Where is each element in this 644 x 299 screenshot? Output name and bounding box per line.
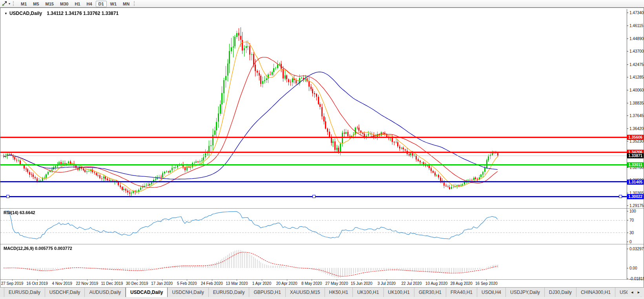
line-selection-handle[interactable] [619, 195, 622, 198]
chart-tab-EURUSD-Daily[interactable]: EURUSD,Daily [4, 288, 45, 297]
date-axis-label: 16 Sep 2020 [475, 281, 498, 286]
price-tick-mark [627, 77, 628, 77]
price-tick-label: 1.29175 [629, 204, 644, 208]
date-axis-label: 27 Sep 2019 [1, 281, 24, 286]
chart-tab-UK100-H1[interactable]: UK100,H1 [353, 288, 383, 297]
date-axis-tick [37, 279, 38, 281]
candlestick-chart-canvas[interactable] [0, 9, 627, 208]
date-axis-label: 15 Jun 2020 [351, 281, 372, 286]
macd-current-values: 0.005775 0.003772 [35, 246, 72, 251]
date-axis-tick [112, 279, 112, 281]
date-axis-tick [412, 279, 412, 281]
horizontal-level-line-1.34206[interactable] [0, 152, 627, 153]
toolbar-grip-handle [13, 1, 15, 6]
title-dropdown-icon[interactable]: ▼ [4, 12, 7, 15]
panel-splitter-main-rsi[interactable] [0, 208, 644, 209]
date-axis-label: 4 Nov 2019 [52, 281, 72, 286]
timeframe-button-M15[interactable]: M15 [43, 1, 57, 7]
chart-tab-USOil-H4[interactable]: USOil,H4 [477, 288, 506, 297]
chart-tab-HK50-H1[interactable]: HK50,H1 [325, 288, 353, 297]
chart-tab-CHINA300-H1[interactable]: CHINA300,H1 [576, 288, 615, 297]
rsi-panel-label: RSI(14) 63.6642 [4, 210, 35, 215]
macd-tick-label: -0.018154 [629, 277, 644, 281]
rsi-tick-mark [627, 220, 628, 220]
date-axis-label: 20 Apr 2020 [276, 281, 297, 286]
panel-splitter-rsi-macd[interactable] [0, 244, 644, 244]
chart-cursor-icon[interactable] [2, 1, 8, 6]
price-tick-mark [627, 90, 628, 90]
macd-tick-mark [627, 279, 628, 279]
date-axis-label: 28 Aug 2020 [451, 281, 473, 286]
chart-ohlc-values: 1.34112 1.34176 1.33762 1.33871 [47, 11, 119, 16]
tab-scroll-right-icon[interactable]: ► [635, 290, 642, 294]
date-axis-label: 1 Apr 2020 [252, 281, 271, 286]
date-axis-tick [312, 279, 312, 281]
macd-indicator-canvas[interactable] [0, 245, 627, 279]
timeframe-button-W1[interactable]: W1 [108, 1, 120, 7]
date-axis-label: 10 Aug 2020 [425, 281, 447, 286]
chart-tab-XAUUSD-M15[interactable]: XAUUSD,M15 [286, 288, 325, 297]
rsi-current-value: 63.6642 [20, 210, 35, 215]
chart-tab-FRA40-H1[interactable]: FRA40,H1 [446, 288, 477, 297]
timeframe-button-D1[interactable]: D1 [96, 1, 107, 7]
date-axis: 27 Sep 201916 Oct 20194 Nov 201922 Nov 2… [0, 281, 627, 287]
chart-tab-AUDUSD-Daily[interactable]: AUDUSD,Daily [85, 288, 126, 297]
price-tick-mark [627, 128, 628, 129]
chart-tab-USDCHF-Daily[interactable]: USDCHF,Daily [45, 288, 85, 297]
current-price-line [0, 156, 627, 156]
date-axis-tick [361, 279, 362, 281]
date-axis-label: 22 Nov 2019 [76, 281, 98, 286]
date-axis-tick [187, 279, 187, 281]
tab-scroll-left-icon[interactable]: ◄ [629, 290, 635, 294]
rsi-tick-mark [627, 242, 628, 242]
chart-tab-USDCAD-Daily[interactable]: USDCAD,Daily [126, 287, 168, 297]
date-axis-tick [462, 279, 462, 281]
chart-tab-USDCNH-Daily[interactable]: USDCNH,Daily [168, 288, 208, 297]
chart-tab-GER30-H1[interactable]: GER30,H1 [414, 288, 446, 297]
price-tick-mark [627, 26, 628, 26]
horizontal-level-line-1.33011[interactable] [0, 164, 627, 165]
chart-tab-EURUSD-Daily[interactable]: EURUSD,Daily [209, 288, 250, 297]
date-axis-tick [87, 279, 88, 281]
current-price-chip: 1.33871 [627, 153, 644, 158]
timeframe-button-M1[interactable]: M1 [18, 1, 29, 7]
timeframe-button-M30[interactable]: M30 [57, 1, 71, 7]
date-axis-label: 13 Mar 2020 [226, 281, 248, 286]
date-axis-label: 27 May 2020 [325, 281, 348, 286]
date-axis-label: 3 Jul 2020 [378, 281, 396, 286]
date-axis-label: 16 Oct 2019 [26, 281, 47, 286]
chart-tab-GBPUSD-H1[interactable]: GBPUSD,H1 [249, 288, 285, 297]
price-tick-mark [627, 13, 628, 13]
price-level-chip-1.31405: 1.31405 [627, 180, 644, 185]
price-level-chip-1.35606: 1.35606 [627, 135, 644, 140]
timeframe-button-H4[interactable]: H4 [84, 1, 95, 7]
horizontal-level-line-1.35606[interactable] [0, 137, 627, 138]
chart-title: ▼USDCAD,Daily1.34112 1.34176 1.33762 1.3… [4, 11, 119, 16]
price-tick-label: 1.47340 [629, 11, 644, 15]
macd-tick-mark [627, 268, 628, 268]
date-axis-tick [387, 279, 387, 281]
timeframe-button-H1[interactable]: H1 [72, 1, 83, 7]
date-axis-label: 24 Feb 2020 [201, 281, 223, 286]
timeframe-button-M5[interactable]: M5 [30, 1, 42, 7]
date-axis-tick [237, 279, 237, 281]
toolbar-dropdown-arrow-icon[interactable]: ▾ [9, 2, 10, 6]
timeframe-button-group: M1M5M15M30H1H4D1W1MN [18, 0, 133, 7]
price-tick-label: 1.46115 [629, 24, 643, 28]
macd-tick-mark [627, 249, 628, 249]
horizontal-level-line-1.31405[interactable] [0, 181, 627, 182]
price-tick-label: 1.41285 [629, 75, 644, 79]
rsi-tick-label: 70 [629, 218, 634, 222]
chart-tab-DJ30-Daily[interactable]: DJ30,Daily [545, 288, 576, 297]
price-tick-mark [627, 193, 628, 193]
panel-splitter-macd-dates [0, 279, 644, 280]
price-tick-mark [627, 64, 628, 65]
chart-tab-UK100-H1[interactable]: UK100,H1 [384, 288, 414, 297]
line-selection-handle[interactable] [6, 195, 9, 198]
rsi-indicator-canvas[interactable] [0, 209, 627, 244]
line-selection-handle[interactable] [312, 195, 316, 198]
chart-tab-bar: EURUSD,DailyUSDCHF,DailyAUDUSD,DailyUSDC… [0, 287, 644, 297]
price-tick-label: 1.38835 [629, 101, 644, 105]
chart-tab-USDJPY-Daily[interactable]: USDJPY,Daily [506, 288, 545, 297]
timeframe-button-MN[interactable]: MN [120, 1, 132, 7]
